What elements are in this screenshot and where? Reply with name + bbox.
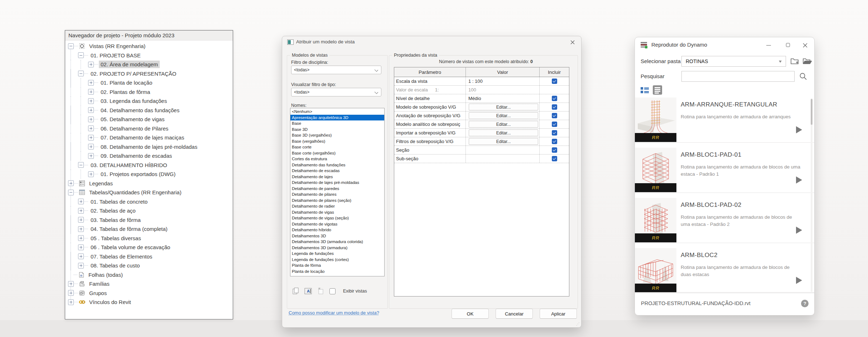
template-name-option[interactable]: Legenda de fundações (cortes) xyxy=(290,257,384,263)
list-view-icon[interactable] xyxy=(653,85,662,95)
scrollbar-thumb[interactable] xyxy=(811,99,812,125)
tree-item[interactable]: 02. Plantas de fôrma xyxy=(68,87,233,97)
tree-item[interactable]: 01. Tabelas de concreto xyxy=(68,197,233,207)
expand-icon[interactable] xyxy=(88,144,94,149)
duplicate-template-icon[interactable] xyxy=(292,287,299,295)
expand-icon[interactable] xyxy=(68,281,74,287)
template-name-option[interactable]: Planta de fôrma xyxy=(290,262,384,269)
expand-icon[interactable] xyxy=(88,89,94,95)
routine-item[interactable]: RRARM-BLOC2Rotina para lançamento de arm… xyxy=(635,248,814,293)
expand-icon[interactable] xyxy=(78,235,84,241)
tree-item[interactable]: 07. Detalhamento de lajes maciças xyxy=(68,133,233,142)
edit-button[interactable]: Editar... xyxy=(469,104,538,110)
expand-icon[interactable] xyxy=(68,290,74,296)
include-checkbox[interactable] xyxy=(552,96,557,101)
template-name-option[interactable]: Base (vergalhões) xyxy=(290,138,384,144)
value-cell[interactable]: 1 : 100 xyxy=(466,77,540,85)
show-views-checkbox[interactable] xyxy=(329,288,336,294)
tree-item[interactable]: Legendas xyxy=(68,179,233,188)
template-name-option[interactable]: Base 3D (vergalhões) xyxy=(290,132,384,138)
collapse-icon[interactable] xyxy=(78,52,84,58)
include-checkbox[interactable] xyxy=(552,113,557,118)
template-name-option[interactable]: Detalhamentos 3D (armadura) xyxy=(290,245,384,251)
tree-item[interactable]: 08. Tabelas de custo xyxy=(68,261,233,270)
delete-template-icon[interactable] xyxy=(317,287,324,295)
template-name-option[interactable]: Detalhamento de lajes xyxy=(290,174,384,180)
template-name-option[interactable]: Detalhamento de vigas xyxy=(290,209,384,215)
template-name-option[interactable]: Detalhamentos 3D (armadura colorida) xyxy=(290,239,384,245)
tree-item[interactable]: 02. Área de modelagem xyxy=(68,60,233,69)
template-name-option[interactable]: Detalhamento de escadas xyxy=(290,168,384,174)
expand-icon[interactable] xyxy=(78,245,84,250)
tree-item[interactable]: Vistas (RR Engenharia) xyxy=(68,42,233,51)
tree-item[interactable]: 04. Tabelas de fôrma (completa) xyxy=(68,224,233,234)
include-checkbox[interactable] xyxy=(552,147,557,153)
tree-item[interactable]: 07. Tabelas de Elementos xyxy=(68,252,233,261)
collapse-icon[interactable] xyxy=(68,43,74,49)
expand-icon[interactable] xyxy=(88,98,94,104)
expand-icon[interactable] xyxy=(78,208,84,214)
template-name-option[interactable]: Detalhamento de lajes pré-moldadas xyxy=(290,180,384,186)
tree-item[interactable]: Tabelas/Quantidades (RR Engenharia) xyxy=(68,188,233,197)
value-cell[interactable]: Editar... xyxy=(466,111,540,120)
template-name-option[interactable]: Base corte xyxy=(290,144,384,150)
template-names-list[interactable]: <Nenhum>Apresentação arquitetônica 3DBas… xyxy=(290,108,385,276)
expand-icon[interactable] xyxy=(88,62,94,67)
tree-item[interactable]: Grupos xyxy=(68,289,233,298)
template-name-option[interactable]: Base 3D xyxy=(290,127,384,133)
collapse-icon[interactable] xyxy=(68,190,74,195)
value-cell[interactable]: Editar... xyxy=(466,129,540,137)
collapse-icon[interactable] xyxy=(78,162,84,168)
edit-button[interactable]: Editar... xyxy=(469,129,538,136)
expand-icon[interactable] xyxy=(78,199,84,204)
value-cell[interactable]: Médio xyxy=(466,94,540,103)
open-folder-icon[interactable] xyxy=(802,57,812,65)
tree-item[interactable]: 04. Detalhamento das fundações xyxy=(68,106,233,115)
edit-button[interactable]: Editar... xyxy=(469,112,538,119)
tree-item[interactable]: 01. PROJETO BASE xyxy=(68,51,233,60)
tree-item[interactable]: 05 . Tabelas diversas xyxy=(68,234,233,243)
include-checkbox[interactable] xyxy=(552,79,557,84)
template-name-option[interactable]: Detalhamento de vigas (seção) xyxy=(290,215,384,221)
tree-item[interactable]: 03. DETALHAMENTO HÍBRIDO xyxy=(68,161,233,170)
template-name-option[interactable]: Detalhamento de vigotas xyxy=(290,221,384,227)
edit-button[interactable]: Editar... xyxy=(469,138,538,145)
routine-item[interactable]: RRARM-ARRANQUE-RETANGULARRotina para lan… xyxy=(635,98,814,148)
dialog-titlebar[interactable]: Atribuir um modelo de vista xyxy=(282,36,581,48)
template-name-option[interactable]: Detalhamentos 3D xyxy=(290,233,384,239)
tree-item[interactable]: 06 . Tabela volume de escavação xyxy=(68,243,233,252)
expand-icon[interactable] xyxy=(68,299,74,305)
template-name-option[interactable]: <Nenhum> xyxy=(290,109,384,115)
tree-item[interactable]: 09. Detalhamento de escadas xyxy=(68,151,233,161)
thumbnail-view-icon[interactable] xyxy=(641,87,649,94)
collapse-icon[interactable] xyxy=(78,71,84,76)
search-icon[interactable] xyxy=(799,72,807,81)
edit-button[interactable]: Editar... xyxy=(469,121,538,128)
expand-icon[interactable] xyxy=(68,180,74,186)
tree-item[interactable]: Famílias xyxy=(68,279,233,289)
include-checkbox[interactable] xyxy=(552,122,557,127)
template-name-option[interactable]: Base corte (vergalhões) xyxy=(290,150,384,156)
template-name-option[interactable]: Apresentação arquitetônica 3D xyxy=(290,115,384,121)
tree-item[interactable]: 06. Detalhamento de Pilares xyxy=(68,124,233,133)
expand-icon[interactable] xyxy=(88,135,94,141)
expand-icon[interactable] xyxy=(78,253,84,259)
folder-dropdown[interactable]: ROTINAS xyxy=(681,56,786,67)
expand-icon[interactable] xyxy=(78,217,84,223)
tree-item[interactable]: Vínculos do Revit xyxy=(68,298,233,307)
expand-icon[interactable] xyxy=(88,80,94,86)
ok-button[interactable]: OK xyxy=(452,309,489,319)
discipline-filter-dropdown[interactable]: <todas> xyxy=(291,66,381,74)
routine-item[interactable]: RRARM-BLOC1-PAD-01Rotina para lançamento… xyxy=(635,148,814,198)
template-name-option[interactable]: Detalhamento das fundações xyxy=(290,162,384,168)
expand-icon[interactable] xyxy=(88,107,94,113)
search-input[interactable] xyxy=(681,71,795,82)
add-folder-icon[interactable] xyxy=(790,57,800,65)
include-checkbox[interactable] xyxy=(552,130,557,136)
expand-icon[interactable] xyxy=(78,226,84,232)
scrollbar-track[interactable] xyxy=(811,98,812,292)
close-icon[interactable] xyxy=(802,42,809,48)
type-filter-dropdown[interactable]: <todas> xyxy=(291,88,381,96)
tree-item[interactable]: 08. Detalhamento de lajes pré-moldadas xyxy=(68,142,233,152)
value-cell[interactable]: Editar... xyxy=(466,120,540,128)
